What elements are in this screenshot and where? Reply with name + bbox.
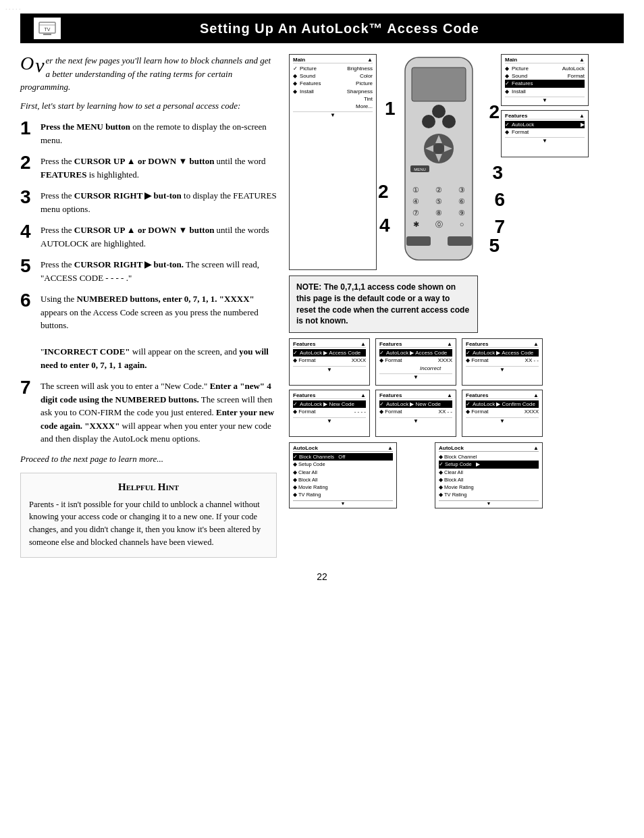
watermark: · · · · · (5, 5, 21, 13)
intro-section: Over the next few pages you'll learn how… (20, 54, 277, 112)
nc1-r1: ✓AutoLock▶ New Code (293, 400, 366, 408)
autolock-menu-2: AutoLock▲ ◆Block Channel ✓Setup Code ▶ ◆… (435, 442, 543, 508)
main-menu-1-row-3: ◆Features Picture (293, 80, 373, 87)
svg-point-8 (432, 105, 446, 118)
header-icon: TV (34, 18, 61, 39)
ac1-r1: ✓AutoLock▶ Access Code (293, 349, 366, 357)
hint-title-text: Helpful Hint (118, 481, 179, 492)
main-menu-1-row-5: Tint (293, 95, 373, 103)
svg-point-7 (442, 115, 456, 128)
proceed-line: Proceed to the next page to learn more..… (20, 454, 277, 465)
main-menu-1-header: Main ▲ (293, 57, 373, 63)
ac3-r1: ✓AutoLock▶ Access Code (466, 349, 539, 357)
step-3: 3 Press the CURSOR RIGHT ▶ but-ton to di… (20, 189, 277, 215)
ac1-header: Features▲ (293, 341, 366, 348)
svg-text:⑥: ⑥ (458, 197, 465, 205)
intro-paragraph1: Over the next few pages you'll learn how… (20, 54, 277, 94)
access-code-menu-2: Features▲ ✓AutoLock▶ Access Code ◆ Forma… (375, 338, 456, 386)
cc-r2: ◆ FormatXXXX (466, 408, 539, 415)
ac2-r2: ◆ FormatXXXX (379, 357, 452, 364)
cc-header: Features▲ (466, 392, 539, 399)
m2-footer: ▼ (505, 97, 585, 103)
left-column: Over the next few pages you'll learn how… (20, 54, 277, 558)
svg-point-14 (433, 143, 444, 154)
al2-r4: ◆Block All (439, 476, 539, 483)
svg-text:③: ③ (458, 186, 465, 194)
note-text: NOTE: The 0,7,1,1 access code shown on t… (296, 282, 469, 325)
confirm-code-menu: Features▲ ✓AutoLock▶ Confirm Code ◆ Form… (462, 390, 543, 437)
step-2-number: 2 (20, 153, 35, 172)
feat-m1-r1: ✓AutoLock▶ (505, 121, 585, 128)
svg-rect-29 (406, 236, 431, 246)
step-7: 7 The screen will ask you to enter a "Ne… (20, 379, 277, 446)
al1-r6: ◆TV Rating (293, 491, 393, 498)
spacer (402, 442, 429, 508)
step-4-overlay: 4 (379, 215, 390, 236)
right-top-menus: Main▲ ◆PictureAutoLock ◆SoundFormat ✓Fea… (501, 54, 589, 270)
step-2b-overlay: 2 (378, 181, 389, 203)
main-menu-1-footer: ▼ (293, 111, 373, 118)
top-menu-row: Main ▲ ✓Picture Brightness ◆Sound Color … (289, 54, 624, 270)
ac2-header: Features▲ (379, 341, 452, 348)
ac3-footer: ▼ (466, 366, 539, 373)
cc-r1: ✓AutoLock▶ Confirm Code (466, 400, 539, 408)
al1-r5: ◆Movie Rating (293, 483, 393, 491)
step-1: 1 Press the MENU button on the remote to… (20, 120, 277, 147)
al1-r4: ◆Block All (293, 476, 393, 483)
main-menu-2-header: Main▲ (505, 57, 585, 63)
al2-r1: ◆Block Channel (439, 453, 539, 461)
step-3-text: Press the CURSOR RIGHT ▶ but-ton to disp… (41, 189, 277, 215)
hint-title: Helpful Hint (29, 481, 268, 493)
svg-text:⑦: ⑦ (412, 209, 419, 217)
step-1-number: 1 (20, 119, 35, 138)
m2-r2: ◆SoundFormat (505, 72, 585, 80)
intro-paragraph2: First, let's start by learning how to se… (20, 99, 277, 113)
nc2-r2: ◆ FormatXX - - (379, 408, 452, 415)
svg-point-6 (422, 115, 435, 128)
access-code-menu-3: Features▲ ✓AutoLock▶ Access Code ◆ Forma… (462, 338, 543, 386)
step-5-number: 5 (20, 257, 35, 276)
step-7-text: The screen will ask you to enter a "New … (41, 379, 277, 446)
m2-r4: ◆Install (505, 88, 585, 95)
ac3-header: Features▲ (466, 341, 539, 348)
svg-text:②: ② (435, 186, 442, 194)
cc-footer: ▼ (466, 417, 539, 424)
step-3-number: 3 (20, 188, 35, 207)
remote-svg: ① ② ③ ④ ⑤ ⑥ ⑦ ⑧ ⑨ ✱ ⓪ ○ MENU (385, 54, 493, 270)
al2-header: AutoLock▲ (439, 445, 539, 452)
note-box: NOTE: The 0,7,1,1 access code shown on t… (289, 276, 478, 333)
feat-m1-r2: ◆Format (505, 128, 585, 136)
feat-menu-1-header: Features▲ (505, 113, 585, 120)
svg-rect-1 (43, 34, 51, 35)
autolock-menus: AutoLock▲ ✓Block Channels Off ◆Setup Cod… (289, 442, 624, 508)
step-5-text: Press the CURSOR RIGHT ▶ but-ton. The sc… (41, 258, 277, 284)
autolock-menu-1: AutoLock▲ ✓Block Channels Off ◆Setup Cod… (289, 442, 397, 508)
nc1-r2: ◆ Format- - - - (293, 408, 366, 415)
new-code-menu-2: Features▲ ✓AutoLock▶ New Code ◆ FormatXX… (375, 390, 456, 437)
al2-r3: ◆Clear All (439, 469, 539, 476)
ac1-footer: ▼ (293, 366, 366, 373)
step-4: 4 Press the CURSOR UP ▲ or DOWN ▼ button… (20, 224, 277, 250)
step-6: 6 Using the NUMBERED buttons, enter 0, 7… (20, 292, 277, 371)
step-6-number: 6 (20, 291, 35, 310)
access-code-menu-row: Features▲ ✓AutoLock▶ Access Code ◆ Forma… (289, 338, 624, 386)
ac2-footer: ▼ (379, 373, 452, 380)
page: · · · · · TV Setting Up An AutoLock™ Acc… (0, 0, 644, 838)
svg-text:TV: TV (45, 27, 51, 32)
main-menu-2: Main▲ ◆PictureAutoLock ◆SoundFormat ✓Fea… (501, 54, 589, 106)
svg-rect-30 (448, 236, 472, 246)
step-4-number: 4 (20, 222, 35, 241)
nc1-footer: ▼ (293, 417, 366, 424)
svg-text:⑤: ⑤ (435, 197, 442, 205)
main-menu-1-row-1: ✓Picture Brightness (293, 65, 373, 72)
feat-m1-footer: ▼ (505, 137, 585, 144)
step-6-overlay: 6 (494, 189, 505, 211)
step-2-overlay: 2 (489, 101, 500, 123)
tv-icon: TV (38, 21, 57, 36)
ac2-r1: ✓AutoLock▶ Access Code (379, 349, 452, 357)
al2-r2: ✓Setup Code ▶ (439, 461, 539, 468)
svg-text:MENU: MENU (414, 167, 426, 172)
al1-r1: ✓Block Channels Off (293, 453, 393, 461)
step-6-text: Using the NUMBERED buttons, enter 0, 7, … (41, 292, 277, 371)
hint-text: Parents - it isn't possible for your chi… (29, 498, 268, 549)
